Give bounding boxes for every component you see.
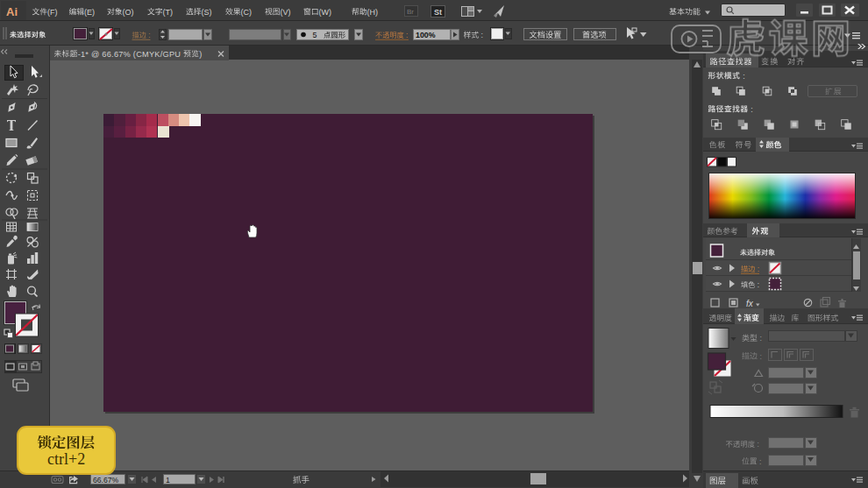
svg-text:1: 1 (166, 476, 170, 484)
svg-text:): ) (199, 50, 202, 59)
svg-text::: : (479, 31, 483, 39)
svg-text::: : (755, 440, 759, 449)
svg-text:-1* @ 66.67% (CMYK/GPU: -1* @ 66.67% (CMYK/GPU (78, 50, 183, 59)
svg-text:fx: fx (746, 299, 754, 308)
svg-text::: : (755, 281, 759, 289)
svg-text:(V): (V) (281, 8, 291, 17)
svg-text::: : (758, 334, 762, 343)
svg-text:(O): (O) (123, 8, 134, 17)
svg-text:5: 5 (313, 31, 317, 39)
svg-text:Br: Br (407, 8, 414, 16)
svg-text::: : (758, 352, 762, 361)
svg-text:(T): (T) (163, 8, 174, 17)
svg-text:ctrl+2: ctrl+2 (47, 450, 85, 468)
svg-text::: : (740, 72, 745, 81)
svg-text:66.67%: 66.67% (93, 476, 119, 484)
svg-text::: : (146, 32, 151, 39)
svg-text:(E): (E) (84, 8, 95, 17)
svg-text:(H): (H) (367, 8, 379, 17)
svg-text:(W): (W) (319, 8, 332, 17)
svg-text:100%: 100% (416, 31, 436, 39)
svg-text:(F): (F) (47, 8, 58, 17)
svg-text:(S): (S) (202, 8, 212, 17)
svg-text::: : (404, 32, 409, 39)
svg-text::: : (749, 105, 754, 114)
svg-text::: : (758, 457, 762, 466)
svg-text::: : (755, 265, 759, 273)
svg-text:St: St (434, 8, 442, 17)
svg-text:Ai: Ai (6, 5, 18, 18)
svg-text:(C): (C) (241, 8, 253, 17)
